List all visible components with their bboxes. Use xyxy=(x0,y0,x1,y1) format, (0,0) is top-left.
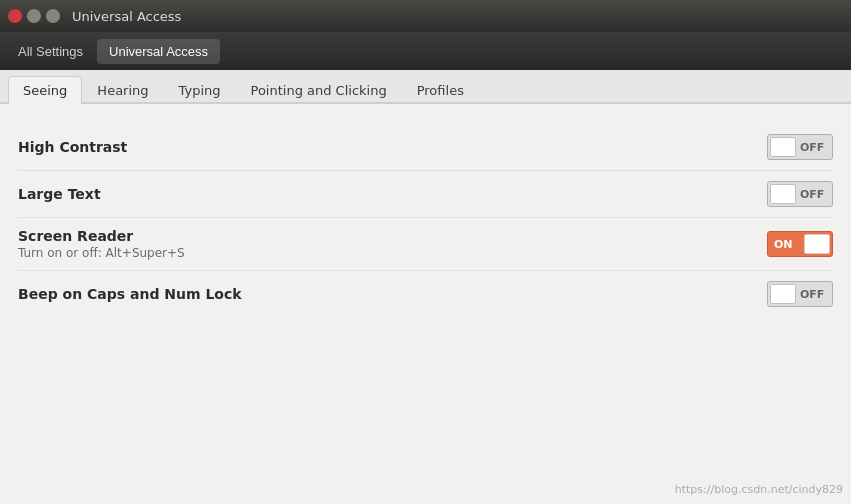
titlebar: Universal Access xyxy=(0,0,851,32)
setting-subtitle: Turn on or off: Alt+Super+S xyxy=(18,246,185,260)
maximize-button[interactable] xyxy=(46,9,60,23)
setting-row-beep-caps: Beep on Caps and Num Lock OFF xyxy=(18,271,833,317)
tab-seeing[interactable]: Seeing xyxy=(8,76,82,104)
setting-title: Beep on Caps and Num Lock xyxy=(18,286,242,302)
toggle-thumb-icon xyxy=(770,284,796,304)
setting-label-beep-caps: Beep on Caps and Num Lock xyxy=(18,286,242,302)
setting-title: Screen Reader xyxy=(18,228,185,244)
toggle-high-contrast[interactable]: OFF xyxy=(767,134,833,160)
setting-label-high-contrast: High Contrast xyxy=(18,139,127,155)
toggle-off-label: OFF xyxy=(800,141,824,154)
window-title: Universal Access xyxy=(72,9,181,24)
tab-profiles[interactable]: Profiles xyxy=(402,76,479,104)
setting-title: Large Text xyxy=(18,186,101,202)
toggle-on-label: ON xyxy=(774,238,793,251)
toggle-thumb-icon xyxy=(770,184,796,204)
setting-row-screen-reader: Screen Reader Turn on or off: Alt+Super+… xyxy=(18,218,833,271)
settings-panel: High Contrast OFF Large Text OFF Screen … xyxy=(0,104,851,337)
nav-all-settings[interactable]: All Settings xyxy=(6,39,95,64)
tab-typing[interactable]: Typing xyxy=(164,76,236,104)
toggle-off-label: OFF xyxy=(800,288,824,301)
close-button[interactable] xyxy=(8,9,22,23)
setting-label-screen-reader: Screen Reader Turn on or off: Alt+Super+… xyxy=(18,228,185,260)
setting-row-large-text: Large Text OFF xyxy=(18,171,833,218)
tab-hearing[interactable]: Hearing xyxy=(82,76,163,104)
toggle-beep-caps[interactable]: OFF xyxy=(767,281,833,307)
minimize-button[interactable] xyxy=(27,9,41,23)
setting-label-large-text: Large Text xyxy=(18,186,101,202)
watermark: https://blog.csdn.net/cindy829 xyxy=(675,483,843,496)
content-area: Seeing Hearing Typing Pointing and Click… xyxy=(0,70,851,337)
toggle-thumb-icon xyxy=(770,137,796,157)
tabs-bar: Seeing Hearing Typing Pointing and Click… xyxy=(0,70,851,104)
nav-universal-access[interactable]: Universal Access xyxy=(97,39,220,64)
toggle-large-text[interactable]: OFF xyxy=(767,181,833,207)
toggle-screen-reader[interactable]: ON xyxy=(767,231,833,257)
setting-title: High Contrast xyxy=(18,139,127,155)
toggle-off-label: OFF xyxy=(800,188,824,201)
toggle-thumb-on-icon xyxy=(804,234,830,254)
navbar: All Settings Universal Access xyxy=(0,32,851,70)
setting-row-high-contrast: High Contrast OFF xyxy=(18,124,833,171)
window-controls xyxy=(8,9,60,23)
tab-pointing-clicking[interactable]: Pointing and Clicking xyxy=(236,76,402,104)
